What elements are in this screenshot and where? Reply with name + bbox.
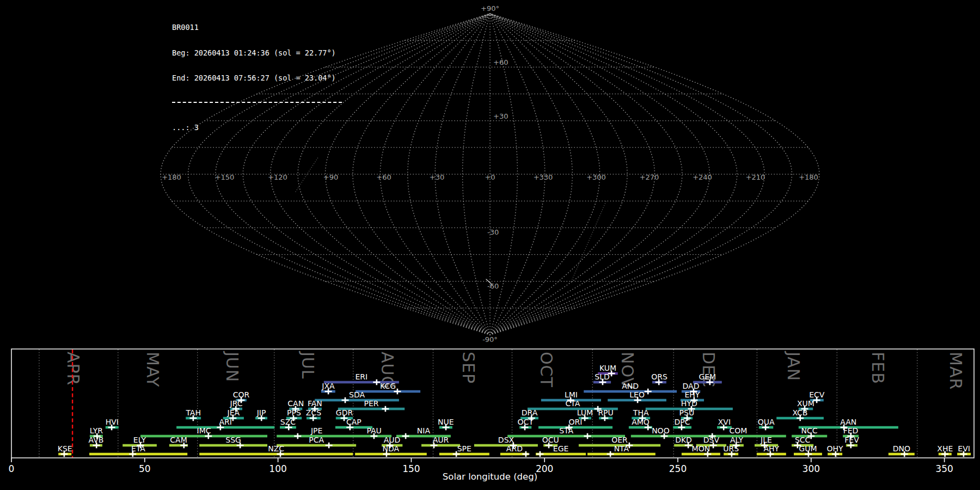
shower-code: STA [559,426,573,435]
shower-code: NTA [614,444,629,453]
peak-marker [522,451,529,457]
shower-xcb: XCB [776,408,824,421]
x-tick-label: 350 [935,463,953,474]
shower-aur: AUR [421,436,460,448]
peak-marker [326,443,333,448]
shower-kse: KSE [58,444,72,457]
shower-ege: EGE [536,444,586,457]
shower-code: AUR [433,436,449,444]
shower-code: EHY [684,390,700,399]
shower-code: NIA [417,426,431,435]
x-tick-label: 100 [269,463,286,474]
shower-code: NCC [801,426,818,435]
shower-ssg: SSG [199,436,267,448]
shower-evi: EVI [957,444,971,457]
shower-code: GEM [699,372,716,381]
svg-text:+0: +0 [485,173,495,181]
x-tick-label: 150 [402,463,420,474]
shower-code: EGE [553,444,569,453]
shower-bars: KUMERISLDORSGEMJXAKCGANDDADCORSDALMILEOE… [58,364,971,457]
month-label-sep: SEP [459,352,478,384]
svg-text:+120: +120 [268,173,287,181]
shower-code: XUM [797,399,814,408]
shower-code: COM [729,426,747,435]
shower-ohy: OHY [827,444,844,457]
sky-map: +180+150+120+90+60+30+0+330+300+270+240+… [0,0,980,348]
shower-code: FEV [844,436,859,444]
shower-code: KCG [380,382,396,390]
svg-text:+330: +330 [534,173,553,181]
peak-marker [607,451,614,457]
shower-dno: DNO [889,444,915,457]
shower-code: ORI [569,418,583,426]
svg-text:-60: -60 [487,282,499,290]
shower-code: DSV [703,436,720,444]
shower-dkd: DKD [674,436,693,448]
svg-text:+180: +180 [799,173,818,181]
shower-ors: ORS [651,372,667,385]
x-tick-label: 50 [139,463,151,474]
month-label-may: MAY [143,352,162,387]
shower-code: OER [611,436,628,444]
shower-jxa: JXA [321,382,335,394]
month-label-jan: JAN [784,351,803,381]
svg-text:+30: +30 [493,112,508,120]
svg-text:+90°: +90° [481,4,499,13]
shower-oct: OCT [518,418,534,430]
shower-pca: PCA [277,436,356,448]
shower-code: SPE [457,444,471,453]
shower-code: ARD [506,444,523,453]
svg-text:+180: +180 [162,173,181,181]
month-label-jun: JUN [223,351,242,382]
sky-traces [296,157,606,285]
shower-code: NOO [652,426,670,435]
peak-marker [645,389,652,394]
svg-text:+270: +270 [640,173,659,181]
shower-code: DRA [522,408,538,417]
shower-tah: TAH [185,408,201,421]
shower-code: JPE [310,426,322,435]
svg-text:+60: +60 [376,173,391,181]
shower-code: NZC [268,444,284,453]
shower-nda: NDA [355,444,427,457]
shower-zcs: ZCS [306,408,321,421]
svg-text:-90°: -90° [482,335,498,344]
svg-text:+300: +300 [586,173,606,181]
x-tick-label: 250 [669,463,687,474]
month-label-apr: APR [64,352,83,385]
peak-marker [536,451,543,457]
month-label-mar: MAR [946,352,965,390]
month-label-feb: FEB [868,352,887,384]
shower-code: AMO [632,418,650,426]
shower-code: DSX [498,436,514,444]
shower-sld: SLD [593,372,611,385]
peak-marker [342,397,349,403]
shower-code: HYD [681,399,697,408]
shower-code: DAD [683,382,700,390]
svg-text:+210: +210 [746,173,765,181]
svg-text:+240: +240 [693,173,712,181]
shower-code: DPC [675,418,690,426]
shower-code: JLE [760,436,772,444]
shower-code: DKD [675,436,692,444]
shower-cam: CAM [169,436,188,448]
shower-code: AUD [384,436,401,444]
peak-marker [294,433,301,439]
shower-code: THA [633,408,649,417]
shower-ari: ARI [176,418,274,430]
meteor-activity-screen: BR0011 Beg: 20260413 01:24:36 (sol = 22.… [0,0,980,490]
shower-avb: AVB [88,436,103,448]
shower-code: OCT [518,418,534,426]
shower-code: AND [622,382,639,390]
svg-text:+90: +90 [323,173,338,181]
svg-text:+30: +30 [430,173,444,181]
shower-ori: ORI [538,418,612,430]
shower-code: OCU [542,436,559,444]
shower-code: NDA [383,444,400,453]
shower-code: RPU [598,408,613,417]
shower-code: SSG [225,436,241,444]
peak-marker [382,406,389,412]
activity-timeline: Solar longitude (deg) APRMAYJUNJULAUGSEP… [0,348,980,490]
shower-kcg: KCG [356,382,420,394]
peak-marker [584,433,591,439]
